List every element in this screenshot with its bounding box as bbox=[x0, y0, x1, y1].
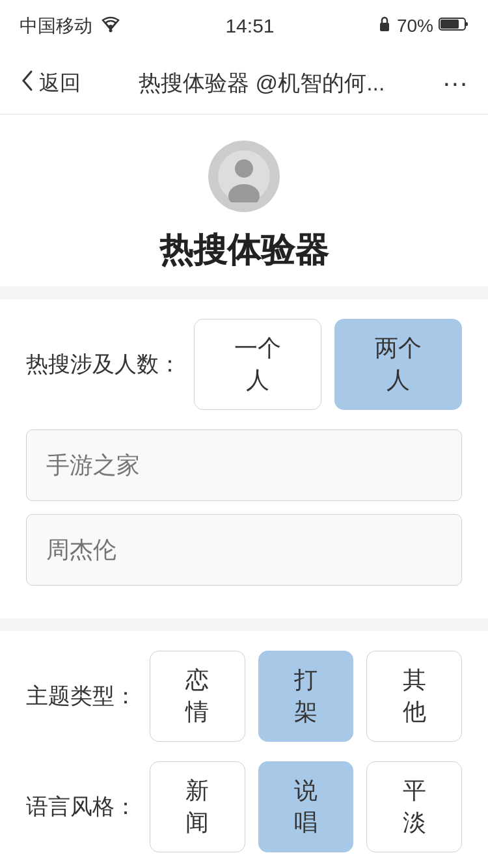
nav-title: 热搜体验器 @机智的何... bbox=[139, 68, 385, 98]
back-button[interactable]: 返回 bbox=[20, 69, 81, 98]
lang-style-label: 语言风格： bbox=[26, 792, 137, 822]
theme-type-row: 主题类型： 恋情 打架 其他 bbox=[26, 651, 462, 742]
lang-option-plain[interactable]: 平淡 bbox=[366, 761, 462, 852]
back-chevron-icon bbox=[20, 69, 34, 98]
person1-input[interactable] bbox=[26, 429, 462, 501]
status-time: 14:51 bbox=[225, 15, 274, 37]
svg-rect-3 bbox=[465, 22, 468, 26]
lang-style-row: 语言风格： 新闻 说唱 平淡 bbox=[26, 761, 462, 852]
theme-option-other[interactable]: 其他 bbox=[366, 651, 462, 742]
person-count-label: 热搜涉及人数： bbox=[26, 349, 181, 379]
lock-icon bbox=[377, 15, 392, 38]
person2-input[interactable] bbox=[26, 514, 462, 586]
status-left: 中国移动 bbox=[20, 14, 122, 38]
wifi-icon bbox=[99, 15, 122, 38]
status-bar: 中国移动 14:51 70% bbox=[0, 0, 488, 52]
person-count-option2[interactable]: 两个人 bbox=[334, 319, 462, 410]
carrier-text: 中国移动 bbox=[20, 14, 92, 38]
lang-option-news[interactable]: 新闻 bbox=[150, 761, 245, 852]
battery-icon bbox=[439, 16, 468, 36]
back-label: 返回 bbox=[39, 69, 81, 98]
svg-point-0 bbox=[109, 29, 113, 32]
avatar bbox=[208, 141, 280, 212]
nav-bar: 返回 热搜体验器 @机智的何... ··· bbox=[0, 52, 488, 115]
svg-point-6 bbox=[235, 159, 253, 178]
status-right: 70% bbox=[377, 15, 468, 38]
more-button[interactable]: ··· bbox=[443, 68, 468, 98]
person-count-row: 热搜涉及人数： 一个人 两个人 bbox=[26, 319, 462, 410]
person-count-section: 热搜涉及人数： 一个人 两个人 bbox=[0, 299, 488, 618]
person-count-option1[interactable]: 一个人 bbox=[194, 319, 321, 410]
app-header: 热搜体验器 bbox=[0, 115, 488, 286]
svg-rect-4 bbox=[441, 20, 459, 29]
theme-type-label: 主题类型： bbox=[26, 681, 137, 711]
app-title: 热搜体验器 bbox=[159, 228, 329, 273]
battery-text: 70% bbox=[397, 16, 433, 36]
theme-option-fight[interactable]: 打架 bbox=[258, 651, 354, 742]
divider-2 bbox=[0, 618, 488, 631]
divider-1 bbox=[0, 286, 488, 299]
svg-rect-1 bbox=[380, 23, 389, 31]
theme-type-section: 主题类型： 恋情 打架 其他 语言风格： 新闻 说唱 平淡 bbox=[0, 631, 488, 868]
theme-option-romance[interactable]: 恋情 bbox=[150, 651, 245, 742]
lang-option-rap[interactable]: 说唱 bbox=[258, 761, 354, 852]
